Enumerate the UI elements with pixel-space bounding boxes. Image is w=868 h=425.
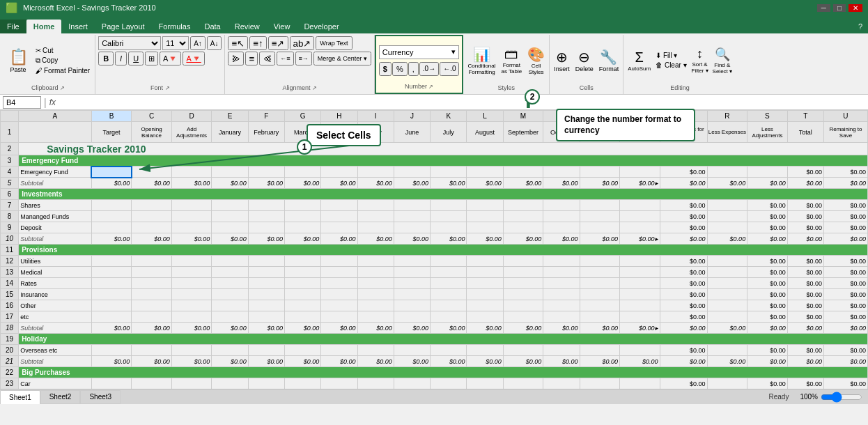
col-E[interactable]: E bbox=[212, 111, 248, 122]
col-R[interactable]: R bbox=[707, 111, 747, 122]
cut-button[interactable]: ✂ Cut bbox=[33, 46, 92, 55]
cell-S4[interactable] bbox=[747, 167, 788, 178]
cell-O4[interactable] bbox=[580, 167, 620, 178]
cell-T4[interactable]: $0.00 bbox=[787, 167, 823, 178]
cell-H4[interactable] bbox=[321, 167, 357, 178]
tab-developer[interactable]: Developer bbox=[297, 20, 346, 33]
orientation-btn[interactable]: ab↗ bbox=[290, 36, 315, 50]
row-15[interactable]: 15Insurance$0.00$0.00$0.00$0.00 bbox=[1, 289, 868, 300]
font-color-btn[interactable]: A🔻 bbox=[183, 52, 204, 65]
tab-view[interactable]: View bbox=[267, 20, 297, 33]
align-top-left-btn[interactable]: ≡↖ bbox=[228, 36, 248, 50]
cell-C4[interactable] bbox=[132, 167, 172, 178]
tab-home[interactable]: Home bbox=[26, 20, 62, 33]
find-select-btn[interactable]: 🔍 Find &Select ▾ bbox=[711, 45, 734, 76]
cell-U4[interactable]: $0.00 bbox=[823, 167, 867, 178]
col-D[interactable]: D bbox=[171, 111, 212, 122]
delete-cells-btn[interactable]: ⊖ Delete bbox=[574, 47, 595, 74]
close-btn[interactable]: ✕ bbox=[848, 4, 862, 12]
row-12[interactable]: 12Utilities$0.00$0.00$0.00$0.00 bbox=[1, 256, 868, 267]
tab-insert[interactable]: Insert bbox=[61, 20, 95, 33]
merge-center-btn[interactable]: Merge & Center ▾ bbox=[313, 52, 371, 65]
cell-G4[interactable] bbox=[284, 167, 320, 178]
percent-btn[interactable]: % bbox=[392, 62, 408, 76]
cell-B4[interactable] bbox=[91, 167, 132, 178]
maximize-btn[interactable]: □ bbox=[833, 4, 846, 12]
cell-R4[interactable] bbox=[707, 167, 747, 178]
sheet-tab-sheet1[interactable]: Sheet1 bbox=[0, 390, 40, 404]
col-I[interactable]: I bbox=[357, 111, 394, 122]
sheet-tab-sheet3[interactable]: Sheet3 bbox=[80, 390, 121, 404]
col-L[interactable]: L bbox=[467, 111, 503, 122]
col-J[interactable]: J bbox=[394, 111, 430, 122]
minimize-btn[interactable]: ─ bbox=[817, 4, 830, 12]
tab-page-layout[interactable]: Page Layout bbox=[95, 20, 152, 33]
cell-F4[interactable] bbox=[248, 167, 284, 178]
tab-review[interactable]: Review bbox=[228, 20, 267, 33]
conditional-formatting-btn[interactable]: 📊 ConditionalFormatting bbox=[466, 45, 497, 77]
cell-N4[interactable] bbox=[543, 167, 580, 178]
align-top-right-btn[interactable]: ≡↗ bbox=[268, 36, 288, 50]
copy-button[interactable]: ⧉ Copy bbox=[33, 56, 92, 65]
cell-L4[interactable] bbox=[467, 167, 503, 178]
paste-button[interactable]: 📋 Paste bbox=[4, 47, 32, 75]
tab-data[interactable]: Data bbox=[197, 20, 227, 33]
col-B[interactable]: B bbox=[91, 111, 132, 122]
clear-btn[interactable]: 🗑 Clear ▾ bbox=[653, 61, 688, 70]
cell-reference-input[interactable]: B4 bbox=[3, 96, 41, 109]
decrease-indent-btn[interactable]: ←≡ bbox=[277, 52, 293, 65]
decrease-font-btn[interactable]: A↓ bbox=[207, 36, 222, 50]
increase-decimal-btn[interactable]: .0→ bbox=[419, 62, 439, 76]
col-M[interactable]: M bbox=[503, 111, 543, 122]
formula-input[interactable] bbox=[59, 96, 865, 109]
format-cells-btn[interactable]: 🔧 Format bbox=[598, 47, 621, 74]
cell-styles-btn[interactable]: 🎨 CellStyles bbox=[526, 45, 546, 77]
increase-indent-btn[interactable]: ≡→ bbox=[295, 52, 312, 65]
col-A[interactable]: A bbox=[19, 111, 92, 122]
wrap-text-btn[interactable]: Wrap Text bbox=[316, 36, 352, 50]
sheet-tab-sheet2[interactable]: Sheet2 bbox=[40, 390, 81, 404]
col-U[interactable]: U bbox=[823, 111, 867, 122]
autosum-btn[interactable]: Σ AutoSum bbox=[626, 48, 652, 73]
zoom-slider[interactable] bbox=[821, 393, 862, 401]
fill-color-btn[interactable]: A🔻 bbox=[160, 52, 181, 65]
align-right-btn[interactable]: ⫷ bbox=[259, 52, 275, 65]
tab-formulas[interactable]: Formulas bbox=[152, 20, 198, 33]
row-7[interactable]: 7 Shares $0.00 $0.00 $0.00 $0.00 bbox=[1, 200, 868, 211]
format-painter-button[interactable]: 🖌 Format Painter bbox=[33, 66, 92, 75]
col-G[interactable]: G bbox=[284, 111, 320, 122]
cell-J4[interactable] bbox=[394, 167, 430, 178]
bold-btn[interactable]: B bbox=[98, 52, 114, 65]
cell-D4[interactable] bbox=[171, 167, 212, 178]
fill-btn[interactable]: ⬇ Fill ▾ bbox=[653, 51, 688, 60]
accounting-format-btn[interactable]: $ bbox=[379, 62, 392, 76]
row-16[interactable]: 16Other$0.00$0.00$0.00$0.00 bbox=[1, 300, 868, 311]
cell-M4[interactable] bbox=[503, 167, 543, 178]
col-K[interactable]: K bbox=[431, 111, 467, 122]
col-C[interactable]: C bbox=[132, 111, 172, 122]
italic-btn[interactable]: I bbox=[115, 52, 127, 65]
col-F[interactable]: F bbox=[248, 111, 284, 122]
col-H[interactable]: H bbox=[321, 111, 357, 122]
row-13[interactable]: 13Medical$0.00$0.00$0.00$0.00 bbox=[1, 267, 868, 278]
decrease-decimal-btn[interactable]: ←.0 bbox=[440, 62, 459, 76]
format-as-table-btn[interactable]: 🗃 Formatas Table bbox=[500, 45, 524, 76]
increase-font-btn[interactable]: A↑ bbox=[190, 36, 206, 50]
cell-A4[interactable]: Emergency Fund bbox=[19, 167, 92, 178]
help-btn[interactable]: ? bbox=[853, 20, 868, 33]
cell-K4[interactable] bbox=[431, 167, 467, 178]
col-S[interactable]: S bbox=[747, 111, 788, 122]
row-4[interactable]: 4 Emergency Fund bbox=[1, 167, 868, 178]
row-8[interactable]: 8 Mananged Funds $0.00 $0.00 $0.00 $0.00 bbox=[1, 211, 868, 222]
row-14[interactable]: 14Rates$0.00$0.00$0.00$0.00 bbox=[1, 278, 868, 289]
cell-Q4[interactable]: $0.00 bbox=[660, 167, 707, 178]
cell-E4[interactable] bbox=[212, 167, 248, 178]
underline-btn[interactable]: U bbox=[128, 52, 144, 65]
align-center-btn[interactable]: ≡ bbox=[245, 52, 258, 65]
align-top-center-btn[interactable]: ≡↑ bbox=[249, 36, 266, 50]
row-9[interactable]: 9 Deposit $0.00 $0.00 $0.00 $0.00 bbox=[1, 222, 868, 233]
col-T[interactable]: T bbox=[787, 111, 823, 122]
row-23[interactable]: 23Car$0.00$0.00$0.00$0.00 bbox=[1, 378, 868, 389]
border-btn[interactable]: ⊞ bbox=[145, 52, 158, 65]
tab-file[interactable]: File bbox=[0, 20, 26, 33]
